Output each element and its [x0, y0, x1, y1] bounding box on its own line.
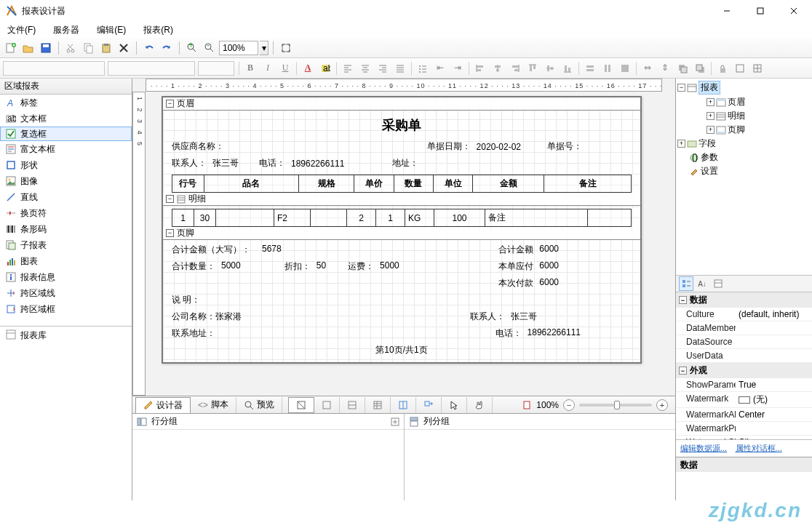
zoom-in-button[interactable]: + [184, 40, 200, 56]
zoom-dropdown[interactable]: ▾ [260, 41, 268, 55]
tree-footer[interactable]: +页脚 [677, 123, 811, 137]
hand-button[interactable] [467, 397, 493, 413]
menu-edit[interactable]: 编辑(E) [92, 23, 130, 38]
style-combo[interactable] [3, 61, 105, 76]
canvas[interactable]: −页眉 采购单 供应商名称： 单据日期： 2020-02-02 单据号： [146, 92, 662, 396]
align-obj-center[interactable] [490, 60, 506, 76]
prop-dialog-link[interactable]: 属性对话框... [736, 444, 782, 452]
contact-value[interactable]: 张三哥 [212, 157, 239, 169]
palette-pagebreak[interactable]: 换页符 [0, 205, 132, 221]
tree-header[interactable]: +页眉 [677, 95, 811, 109]
collapse-icon[interactable]: − [166, 229, 174, 237]
tab-preview[interactable]: 预览 [236, 397, 282, 413]
tab-script[interactable]: <>脚本 [191, 397, 236, 413]
bullets-button[interactable] [415, 60, 431, 76]
contact-label[interactable]: 联系人： [172, 157, 207, 169]
space-v-button[interactable]: ⇕ [657, 60, 673, 76]
copy-button[interactable] [81, 40, 97, 56]
align-justify-button[interactable] [392, 60, 408, 76]
band-detail-bar[interactable]: −明细 [163, 193, 640, 206]
prop-pages-button[interactable] [711, 276, 725, 291]
palette-subreport[interactable]: 子报表 [0, 237, 132, 253]
align-left-button[interactable] [340, 60, 356, 76]
menu-report[interactable]: 报表(R) [139, 23, 178, 38]
tree-detail[interactable]: +明细 [677, 109, 811, 123]
minimize-button[interactable] [710, 0, 744, 22]
page-info[interactable]: 第10页/共1页 [375, 344, 427, 356]
align-obj-right[interactable] [507, 60, 523, 76]
col-0[interactable]: 行号 [172, 175, 204, 193]
prop-Watermark[interactable]: Watermark(无) [676, 392, 812, 408]
report-page[interactable]: −页眉 采购单 供应商名称： 单据日期： 2020-02-02 单据号： [162, 96, 642, 364]
maximize-button[interactable] [744, 0, 777, 22]
expand-icon[interactable] [391, 417, 399, 426]
billno-label[interactable]: 单据号： [547, 140, 582, 153]
col-3[interactable]: 单价 [354, 175, 394, 193]
prop-DataMember[interactable]: DataMember [676, 321, 812, 335]
fullscreen-button[interactable] [278, 40, 294, 56]
align-obj-middle[interactable] [542, 60, 558, 76]
pointer-button[interactable] [442, 397, 467, 413]
palette-barcode[interactable]: 条形码 [0, 221, 132, 237]
supplier-label[interactable]: 供应商名称： [172, 140, 224, 153]
palette-shape[interactable]: 形状 [0, 157, 132, 173]
bring-front-button[interactable] [674, 60, 690, 76]
close-button[interactable] [777, 0, 811, 22]
report-title[interactable]: 采购单 [163, 111, 640, 138]
font-combo[interactable] [108, 61, 195, 76]
prop-UserData[interactable]: UserData [676, 349, 812, 363]
tree-settings[interactable]: 设置 [677, 164, 811, 178]
layout-btn1[interactable] [314, 397, 340, 413]
space-h-button[interactable]: ⇔ [640, 60, 656, 76]
redo-button[interactable] [159, 40, 175, 56]
prop-WatermarkPrintOnPages[interactable]: WatermarkPrintOnPages [676, 422, 812, 436]
zoom-out-btn[interactable]: − [563, 399, 575, 411]
band-footer-bar[interactable]: −页脚 [163, 227, 640, 240]
underline-button[interactable]: U [277, 60, 293, 76]
columns-table[interactable]: 行号品名规格单价数量单位金额备注 [172, 175, 632, 193]
billdate-label[interactable]: 单据日期： [427, 140, 471, 153]
layout-btn3[interactable] [365, 397, 391, 413]
address-label[interactable]: 地址： [392, 157, 418, 169]
col-6[interactable]: 金额 [473, 175, 544, 193]
edit-datasource-link[interactable]: 编辑数据源... [680, 444, 727, 452]
tree-params[interactable]: ()参数 [677, 151, 811, 164]
palette-checkbox[interactable]: 复选框 [0, 127, 132, 141]
palette-crossbox[interactable]: 跨区域框 [0, 301, 132, 317]
collapse-icon[interactable]: − [166, 195, 174, 203]
menu-server[interactable]: 服务器 [49, 23, 84, 38]
prop-Culture[interactable]: Culture(default, inherit) [676, 308, 812, 321]
bold-button[interactable]: B [242, 60, 258, 76]
lock-button[interactable] [715, 60, 731, 76]
property-grid[interactable]: −数据 Culture(default, inherit)DataMemberD… [676, 292, 812, 439]
palette-crossline[interactable]: 跨区域线 [0, 285, 132, 301]
layout-btn4[interactable] [391, 397, 416, 413]
menu-file[interactable]: 文件(F) [3, 23, 40, 38]
prop-WatermarkAlignment[interactable]: WatermarkAlignmentCenter [676, 408, 812, 422]
col-5[interactable]: 单位 [433, 175, 472, 193]
report-library[interactable]: 报表库 [0, 326, 132, 500]
data-panel[interactable]: 数据 [676, 457, 812, 500]
indent-inc-button[interactable]: ⇥ [450, 60, 466, 76]
prop-DataSource[interactable]: DataSource [676, 335, 812, 349]
italic-button[interactable]: I [260, 60, 276, 76]
align-right-button[interactable] [375, 60, 391, 76]
zoom-in-btn[interactable]: + [656, 399, 668, 411]
undo-button[interactable] [141, 40, 157, 56]
col-4[interactable]: 数量 [394, 175, 433, 193]
tree-root[interactable]: −报表 [677, 80, 811, 95]
palette-label[interactable]: A标签 [0, 95, 132, 111]
detail-table[interactable]: 1 30 F2 2 1 KG 100 备注 [172, 209, 632, 227]
palette-reportinfo[interactable]: 报表信息 [0, 269, 132, 285]
highlight-button[interactable]: ab [317, 60, 333, 76]
align-obj-left[interactable] [472, 60, 488, 76]
grid-button[interactable] [749, 60, 765, 76]
phone-label[interactable]: 电话： [259, 157, 285, 169]
palette-line[interactable]: 直线 [0, 189, 132, 205]
zoom-slider[interactable] [579, 404, 652, 407]
delete-button[interactable] [116, 40, 132, 56]
indent-dec-button[interactable]: ⇤ [432, 60, 448, 76]
zoom-out-button[interactable]: - [202, 40, 218, 56]
align-center-button[interactable] [357, 60, 373, 76]
tab-designer[interactable]: 设计器 [135, 397, 191, 413]
